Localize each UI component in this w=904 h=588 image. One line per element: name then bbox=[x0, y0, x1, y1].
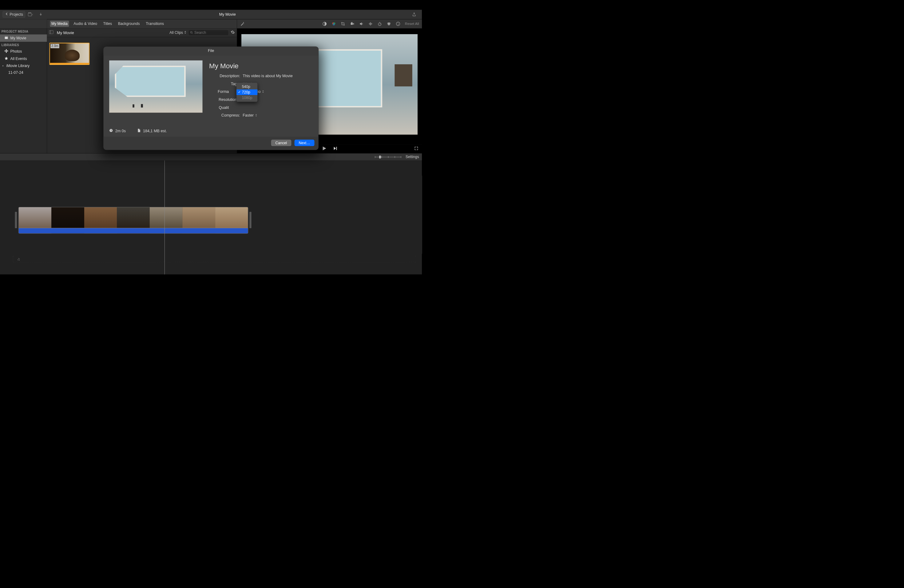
svg-rect-22 bbox=[370, 23, 370, 25]
media-clip-thumbnail[interactable]: 2.0m bbox=[49, 43, 90, 65]
svg-point-7 bbox=[6, 49, 7, 51]
format-label: Forma bbox=[211, 90, 232, 94]
tab-my-media[interactable]: My Media bbox=[50, 21, 69, 27]
sidebar-header-project-media: PROJECT MEDIA bbox=[0, 28, 47, 35]
svg-point-8 bbox=[6, 51, 7, 52]
svg-point-29 bbox=[388, 23, 390, 25]
compress-select[interactable]: Faster bbox=[243, 113, 257, 117]
svg-point-9 bbox=[5, 51, 6, 51]
clip-trim-handle-right[interactable] bbox=[250, 212, 251, 228]
speed-icon[interactable] bbox=[377, 21, 382, 26]
media-title: My Movie bbox=[57, 30, 74, 35]
info-icon[interactable] bbox=[396, 21, 401, 26]
noise-reduction-icon[interactable] bbox=[368, 21, 373, 26]
timeline-clip[interactable] bbox=[19, 207, 248, 234]
magic-wand-icon[interactable] bbox=[240, 21, 245, 26]
download-icon[interactable] bbox=[38, 12, 43, 17]
quality-label: Qualit bbox=[211, 106, 232, 110]
zoom-slider[interactable] bbox=[375, 156, 401, 158]
cancel-button[interactable]: Cancel bbox=[271, 140, 291, 146]
sidebar-label: Photos bbox=[11, 49, 22, 54]
settings-button[interactable]: Settings bbox=[406, 155, 419, 159]
filter-label: All Clips bbox=[169, 30, 183, 35]
timeline[interactable]: ♫ bbox=[0, 161, 422, 275]
left-sidebar: PROJECT MEDIA My Movie LIBRARIES Photos … bbox=[0, 19, 47, 153]
clip-trim-handle-left[interactable] bbox=[15, 212, 17, 228]
stabilize-icon[interactable] bbox=[350, 21, 355, 26]
sidebar-toggle-icon[interactable] bbox=[49, 30, 54, 35]
sidebar-item-date[interactable]: 11-07-24 bbox=[0, 69, 47, 76]
svg-rect-20 bbox=[351, 22, 353, 23]
chevron-updown-icon bbox=[255, 113, 258, 117]
preview-toolbar: Reset All bbox=[237, 19, 422, 28]
music-track[interactable]: ♫ bbox=[13, 256, 416, 262]
modal-movie-title: My Movie bbox=[209, 62, 313, 70]
tab-audio-video[interactable]: Audio & Video bbox=[72, 21, 99, 27]
clip-duration-badge: 2.0m bbox=[51, 44, 59, 48]
projects-back-button[interactable]: Projects bbox=[2, 11, 25, 17]
svg-line-14 bbox=[192, 33, 193, 33]
description-value[interactable]: This video is about My Movie bbox=[243, 74, 292, 78]
share-icon[interactable] bbox=[411, 12, 417, 17]
sidebar-label: iMovie Library bbox=[6, 64, 30, 68]
media-header: My Movie All Clips bbox=[47, 28, 237, 37]
chevron-updown-icon bbox=[262, 90, 264, 94]
tab-transitions[interactable]: Transitions bbox=[144, 21, 165, 27]
crop-icon[interactable] bbox=[341, 21, 346, 26]
top-toolbar: Projects ♪ My Movie bbox=[0, 10, 422, 19]
audio-waveform bbox=[19, 228, 248, 234]
svg-rect-2 bbox=[30, 12, 30, 13]
sidebar-label: All Events bbox=[11, 57, 27, 61]
svg-point-26 bbox=[378, 23, 381, 25]
svg-rect-25 bbox=[372, 24, 372, 24]
disclosure-triangle-icon[interactable] bbox=[2, 64, 4, 68]
volume-icon[interactable] bbox=[359, 21, 364, 26]
sidebar-label: 11-07-24 bbox=[8, 70, 24, 75]
import-media-icon[interactable]: ♪ bbox=[28, 12, 33, 17]
compress-value: Faster bbox=[243, 113, 254, 117]
description-label: Description: bbox=[211, 74, 243, 78]
chevron-updown-icon bbox=[184, 30, 186, 35]
chevron-left-icon bbox=[5, 12, 9, 17]
sidebar-header-libraries: LIBRARIES bbox=[0, 42, 47, 48]
checkmark-icon: ✓ bbox=[238, 90, 241, 94]
svg-rect-19 bbox=[351, 23, 353, 25]
sidebar-item-imovie-library[interactable]: iMovie Library bbox=[0, 62, 47, 69]
search-wrapper bbox=[188, 30, 229, 36]
clapboard-icon bbox=[4, 36, 8, 41]
duration-value: 2m 0s bbox=[115, 129, 126, 133]
gear-icon[interactable] bbox=[231, 30, 235, 35]
timeline-settings-bar: Settings bbox=[0, 153, 422, 160]
flower-icon bbox=[4, 49, 8, 54]
next-button[interactable]: Next… bbox=[294, 140, 314, 146]
svg-rect-1 bbox=[28, 12, 29, 13]
next-frame-button[interactable] bbox=[333, 146, 338, 152]
svg-point-10 bbox=[7, 51, 8, 51]
music-note-icon: ♫ bbox=[17, 257, 20, 261]
projects-label: Projects bbox=[9, 12, 23, 17]
tab-titles[interactable]: Titles bbox=[102, 21, 114, 27]
fullscreen-icon[interactable] bbox=[414, 146, 419, 151]
reset-all-button[interactable]: Reset All bbox=[405, 22, 419, 26]
star-icon bbox=[4, 56, 8, 61]
color-balance-icon[interactable] bbox=[322, 21, 327, 26]
svg-point-18 bbox=[333, 23, 335, 25]
svg-rect-21 bbox=[369, 24, 369, 24]
svg-rect-24 bbox=[371, 23, 371, 25]
clips-filter-dropdown[interactable]: All Clips bbox=[169, 30, 186, 35]
sidebar-item-my-movie[interactable]: My Movie bbox=[0, 35, 47, 42]
tab-backgrounds[interactable]: Backgrounds bbox=[117, 21, 141, 27]
dropdown-option-label: 720p bbox=[242, 90, 250, 95]
modal-preview-image bbox=[109, 60, 202, 112]
dropdown-option-720p[interactable]: ✓ 720p bbox=[237, 90, 258, 95]
sidebar-item-all-events[interactable]: All Events bbox=[0, 55, 47, 62]
play-button[interactable] bbox=[321, 145, 327, 152]
search-input[interactable] bbox=[188, 30, 229, 36]
svg-rect-3 bbox=[30, 12, 31, 13]
clock-icon bbox=[109, 128, 113, 133]
svg-rect-23 bbox=[370, 22, 371, 25]
filter-icon[interactable] bbox=[387, 21, 392, 26]
dropdown-option-540p[interactable]: 540p bbox=[237, 84, 258, 90]
color-correction-icon[interactable] bbox=[332, 21, 337, 26]
sidebar-item-photos[interactable]: Photos bbox=[0, 47, 47, 55]
